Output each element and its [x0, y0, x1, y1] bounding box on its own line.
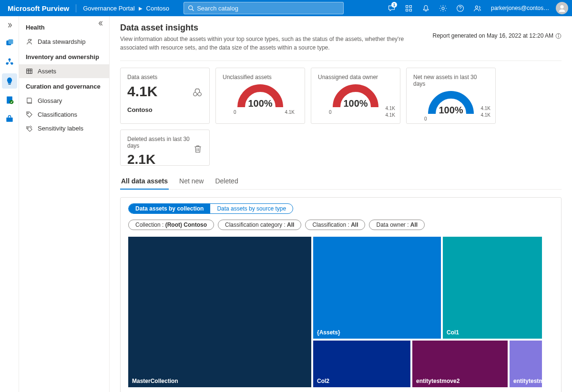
sidebar-item-sensitivity-labels[interactable]: Sensitivity labels	[19, 121, 109, 135]
treemap-cell[interactable]: Col1	[443, 237, 542, 339]
svg-rect-15	[8, 84, 10, 85]
rail-policy-icon[interactable]	[2, 92, 17, 108]
gauge-percent: 100%	[236, 98, 284, 109]
sidebar-item-label: Glossary	[38, 97, 62, 104]
gauge-values: 4.1K 4.1K	[480, 105, 490, 119]
treemap-panel: Data assets by collection Data assets by…	[120, 197, 562, 392]
svg-rect-11	[8, 40, 13, 44]
gear-icon[interactable]	[435, 0, 451, 16]
user-email[interactable]: parkerjones@contoso.c...	[486, 5, 553, 11]
svg-point-12	[8, 59, 10, 61]
svg-point-28	[558, 34, 559, 35]
gauge-percent: 100%	[427, 105, 475, 116]
svg-rect-4	[406, 9, 408, 11]
rail-sources-icon[interactable]	[2, 35, 17, 50]
info-icon[interactable]	[555, 33, 562, 39]
avatar[interactable]	[556, 2, 568, 14]
card-value: 4.1K	[127, 83, 203, 100]
gauge-percent: 100%	[332, 98, 379, 109]
treemap-chart: MasterCollection{Assets}Col1Col2entityte…	[128, 237, 542, 388]
breadcrumb: Governance Portal ▶ Contoso	[76, 5, 169, 12]
report-generated: Report generated on May 16, 2022 at 12:2…	[432, 23, 562, 39]
sidebar-item-label: Assets	[38, 68, 56, 75]
top-actions: 1 parkerjones@contoso.c...	[383, 0, 568, 16]
svg-point-19	[28, 39, 31, 41]
filter-classification[interactable]: Classification : All	[305, 220, 365, 230]
bell-icon[interactable]	[418, 0, 434, 16]
tab-all-data-assets[interactable]: All data assets	[120, 173, 169, 190]
treemap-cell[interactable]: entitytestm...	[510, 341, 542, 387]
tab-net-new[interactable]: Net new	[178, 173, 204, 189]
sidebar-section-health: Health	[19, 19, 109, 35]
breadcrumb-item[interactable]: Governance Portal	[83, 5, 134, 12]
card-net-new-assets[interactable]: Net new assets in last 30 days 100% 0 4.…	[406, 68, 496, 124]
sidebar: Health Data stewardship Inventory and ow…	[19, 16, 110, 392]
svg-point-25	[28, 128, 29, 129]
page-title: Data asset insights	[120, 23, 421, 33]
collapse-sidebar-icon[interactable]	[98, 20, 104, 28]
tabs: All data assets Net new Deleted	[120, 173, 562, 190]
svg-point-29	[194, 92, 197, 96]
chevron-right-icon: ▶	[139, 6, 143, 11]
card-data-assets[interactable]: Data assets 4.1K Contoso	[120, 68, 210, 124]
sidebar-section-inventory: Inventory and ownership	[19, 49, 109, 64]
trash-icon	[193, 144, 203, 155]
treemap-cell[interactable]: MasterCollection	[128, 237, 311, 387]
filter-data-owner[interactable]: Data owner : All	[369, 220, 425, 230]
pill-by-source-type[interactable]: Data assets by source type	[210, 204, 293, 213]
pill-by-collection[interactable]: Data assets by collection	[129, 204, 210, 213]
treemap-cell[interactable]: {Assets}	[313, 237, 441, 339]
breadcrumb-item[interactable]: Contoso	[146, 5, 169, 12]
card-title: Unassigned data owner	[318, 74, 393, 80]
svg-line-1	[192, 9, 194, 10]
brand: Microsoft Purview	[8, 4, 76, 12]
sidebar-section-curation: Curation and governance	[19, 78, 109, 94]
sidebar-item-glossary[interactable]: Glossary	[19, 94, 109, 108]
svg-rect-20	[27, 69, 32, 73]
nav-rail	[0, 16, 19, 392]
people-icon[interactable]	[469, 0, 485, 16]
sidebar-item-label: Classifications	[38, 111, 77, 118]
rail-insights-icon[interactable]	[2, 73, 17, 89]
search-input[interactable]	[197, 5, 339, 12]
filter-collection[interactable]: Collection : (Root) Contoso	[128, 220, 214, 230]
svg-rect-3	[409, 5, 411, 7]
notification-badge: 1	[391, 2, 397, 8]
sidebar-item-assets[interactable]: Assets	[19, 64, 109, 78]
feedback-icon[interactable]: 1	[383, 0, 399, 16]
sidebar-item-label: Data stewardship	[38, 38, 85, 45]
card-unassigned-owner[interactable]: Unassigned data owner 100% 0 4.1K 4.1K	[311, 68, 400, 124]
rail-management-icon[interactable]	[2, 111, 17, 127]
svg-point-9	[560, 5, 563, 9]
svg-rect-5	[409, 9, 411, 11]
gauge-min: 0	[329, 110, 332, 115]
gauge-values: 4.1K 4.1K	[385, 105, 395, 119]
sidebar-item-data-stewardship[interactable]: Data stewardship	[19, 35, 109, 49]
filter-classification-category[interactable]: Classification category : All	[218, 220, 301, 230]
page-subtitle: View information about the assets within…	[120, 35, 421, 52]
svg-point-30	[198, 92, 201, 96]
treemap-cell[interactable]: Col2	[313, 341, 410, 387]
view-toggle: Data assets by collection Data assets by…	[128, 203, 293, 214]
apps-icon[interactable]	[400, 0, 417, 16]
search-box[interactable]	[184, 2, 344, 14]
rail-map-icon[interactable]	[2, 54, 17, 70]
svg-point-6	[441, 7, 444, 9]
sidebar-item-label: Sensitivity labels	[38, 125, 83, 132]
card-title: Unclassified assets	[223, 74, 298, 80]
card-title: Deleted assets in last 30 days	[127, 136, 203, 149]
help-icon[interactable]	[452, 0, 468, 16]
card-value: 2.1K	[127, 152, 203, 167]
sidebar-item-classifications[interactable]: Classifications	[19, 108, 109, 121]
gauge-min: 0	[234, 110, 236, 115]
svg-point-8	[475, 6, 478, 8]
card-unclassified-assets[interactable]: Unclassified assets 100% 0 4.1K	[215, 68, 305, 124]
tab-deleted[interactable]: Deleted	[214, 173, 239, 189]
binoculars-icon	[192, 87, 203, 99]
card-org: Contoso	[127, 106, 203, 113]
gauge-min: 0	[424, 116, 427, 121]
card-deleted-assets[interactable]: Deleted assets in last 30 days 2.1K	[120, 130, 210, 166]
top-bar: Microsoft Purview Governance Portal ▶ Co…	[0, 0, 572, 16]
expand-rail-icon[interactable]	[0, 19, 19, 31]
treemap-cell[interactable]: entitytestmove2	[412, 341, 508, 387]
